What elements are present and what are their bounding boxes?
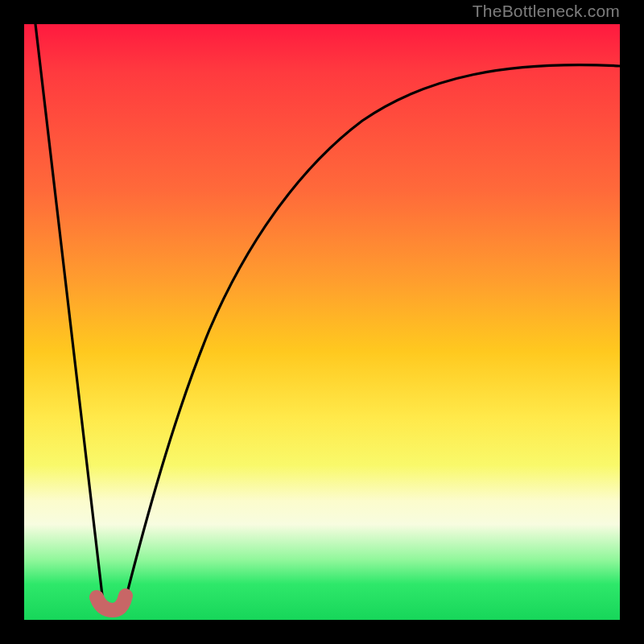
- bottleneck-hook-icon: [97, 596, 126, 610]
- right-ascent-curve: [125, 65, 620, 602]
- attribution-label: TheBottleneck.com: [473, 2, 620, 21]
- chart-frame: TheBottleneck.com: [0, 0, 644, 644]
- chart-curves: [24, 24, 620, 620]
- left-descent-line: [35, 24, 103, 602]
